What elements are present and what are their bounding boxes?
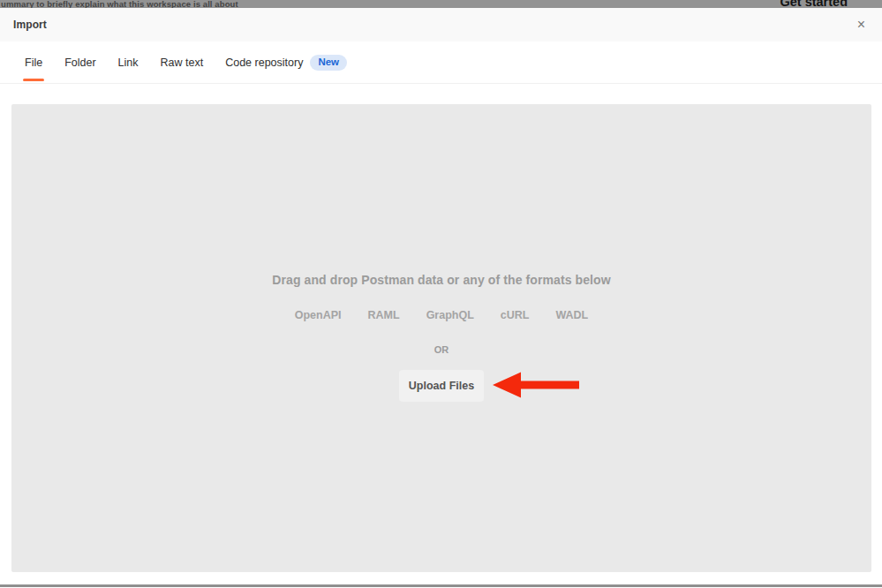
format-raml: RAML [368, 309, 400, 321]
format-openapi: OpenAPI [295, 309, 342, 321]
format-wadl: WADL [555, 309, 588, 321]
new-badge: New [310, 55, 347, 71]
upload-files-button[interactable]: Upload Files [399, 370, 484, 402]
dimmed-backdrop-bottom [0, 584, 882, 587]
tab-file[interactable]: File [25, 41, 42, 84]
active-tab-underline [23, 79, 44, 81]
tab-folder-label: Folder [64, 57, 95, 69]
tab-link-label: Link [118, 57, 139, 69]
import-modal: Import × File Folder Link Raw text Code … [0, 8, 882, 584]
tab-code-repository-label: Code repository [225, 57, 303, 69]
format-curl: cURL [501, 309, 530, 321]
tab-link[interactable]: Link [118, 41, 139, 84]
tab-folder[interactable]: Folder [64, 41, 95, 84]
get-started-button: Get started [780, 0, 848, 8]
format-list: OpenAPI RAML GraphQL cURL WADL [295, 309, 589, 321]
tab-raw-text-label: Raw text [161, 57, 204, 69]
modal-header: Import × [0, 8, 882, 41]
drag-drop-zone[interactable]: Drag and drop Postman data or any of the… [11, 104, 871, 572]
dimmed-backdrop-top: ummary to briefly explain what this work… [0, 0, 882, 8]
format-graphql: GraphQL [426, 309, 474, 321]
modal-title: Import [13, 19, 47, 31]
dropzone-heading: Drag and drop Postman data or any of the… [272, 273, 610, 287]
workspace-summary-text: ummary to briefly explain what this work… [1, 0, 238, 8]
or-separator: OR [434, 344, 449, 355]
tab-file-label: File [25, 57, 42, 69]
tab-code-repository[interactable]: Code repository New [225, 41, 347, 84]
close-icon[interactable]: × [854, 16, 869, 34]
tab-raw-text[interactable]: Raw text [161, 41, 204, 84]
import-tabs: File Folder Link Raw text Code repositor… [0, 41, 882, 84]
